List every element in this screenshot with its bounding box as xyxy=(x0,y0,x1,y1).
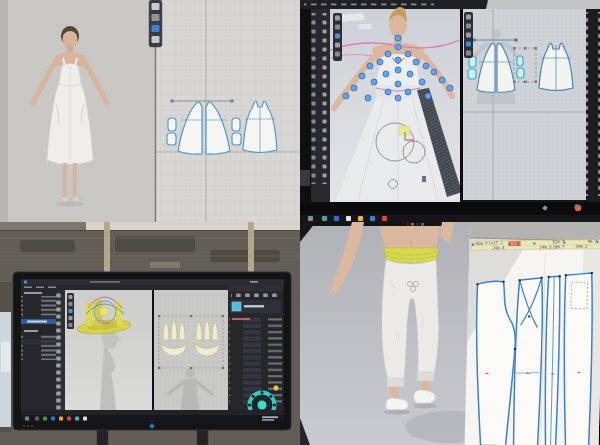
room-above-monitor xyxy=(486,0,600,9)
q3-scene xyxy=(0,222,300,445)
cuff xyxy=(417,372,434,381)
tool-icon[interactable] xyxy=(466,24,471,29)
taskbar-app-icon[interactable] xyxy=(358,216,363,221)
tool-icon[interactable] xyxy=(335,25,340,30)
pocket-piece[interactable] xyxy=(167,133,176,145)
color-dot-yellow[interactable] xyxy=(274,386,279,391)
list-items[interactable] xyxy=(21,334,56,360)
ruler-value: 620.7 xyxy=(475,241,488,246)
active-tool-icon[interactable] xyxy=(335,34,340,39)
tool-icon[interactable] xyxy=(466,51,471,56)
sync-tool-icon[interactable] xyxy=(152,14,160,21)
taskbar-app-icon[interactable] xyxy=(370,216,375,221)
taskbar-app-icon[interactable] xyxy=(59,417,63,421)
stand-leg xyxy=(97,430,108,445)
tiny-taskbar-icon xyxy=(411,223,414,226)
tool-icon[interactable] xyxy=(335,16,340,21)
tree-items[interactable] xyxy=(21,296,56,318)
pocket-piece[interactable] xyxy=(232,133,241,145)
tiny-taskbar-icon xyxy=(416,223,419,226)
bezel-button[interactable] xyxy=(31,425,33,427)
bezel-button[interactable] xyxy=(27,425,29,427)
q4-scene: 620.7 1117.1 182.6 520.7 180.7 40.7 240.… xyxy=(300,222,600,445)
tool-icon-column[interactable] xyxy=(56,292,65,412)
view-tool-icon[interactable] xyxy=(152,3,160,10)
tool-icon-column[interactable] xyxy=(586,12,600,196)
list-item-highlight[interactable] xyxy=(21,339,56,345)
tool-icon[interactable] xyxy=(69,316,73,320)
active-tool-icon[interactable] xyxy=(152,25,160,32)
taskbar-app-icon[interactable] xyxy=(382,216,387,221)
taskbar-app-icon[interactable] xyxy=(322,216,327,221)
panel-header xyxy=(24,330,38,332)
dock-tab[interactable] xyxy=(300,170,310,186)
layer-label xyxy=(244,305,264,308)
ruler-endpoint[interactable] xyxy=(472,244,474,246)
tool-icon[interactable] xyxy=(69,302,73,306)
panel-header xyxy=(24,292,42,294)
photo-joggers-pattern: 620.7 1117.1 182.6 520.7 180.7 40.7 240.… xyxy=(300,222,600,445)
menu-item[interactable] xyxy=(36,287,44,289)
properties-tabs[interactable] xyxy=(228,285,283,291)
taskbar-app-icon[interactable] xyxy=(334,216,339,221)
ruler-point[interactable] xyxy=(533,242,535,244)
start-button-icon[interactable] xyxy=(25,417,29,421)
taskbar-app-icon[interactable] xyxy=(346,216,351,221)
window-mullion xyxy=(104,222,110,274)
floor-shadow xyxy=(56,202,84,207)
photo-edge xyxy=(0,0,8,222)
trouser-pattern-pieces xyxy=(473,270,593,445)
cuff xyxy=(387,378,404,387)
shoe-shadow xyxy=(384,410,410,415)
menu-item[interactable] xyxy=(24,287,32,289)
ruler-value: 240.4 xyxy=(492,245,505,250)
avatar-ankle xyxy=(390,387,398,399)
2d-pattern-viewport: 620.7 1117.1 182.6 520.7 180.7 40.7 240.… xyxy=(464,222,600,445)
menu-items[interactable] xyxy=(304,0,434,9)
ruler-value: 180.7 xyxy=(552,244,565,249)
tool-icon[interactable] xyxy=(335,43,340,48)
bezel-button[interactable] xyxy=(23,425,25,427)
date-text xyxy=(262,419,274,421)
viewport-divider xyxy=(152,290,154,410)
photo-tv-hat-design xyxy=(0,222,300,445)
trouser-back-piece[interactable] xyxy=(513,277,544,445)
tool-icon[interactable] xyxy=(69,323,73,327)
tool-icon[interactable] xyxy=(466,15,471,20)
tiny-taskbar-icon xyxy=(406,223,409,226)
taskbar-app-icon[interactable] xyxy=(43,417,47,421)
tiny-taskbar-icon xyxy=(421,223,424,226)
property-rows[interactable] xyxy=(229,316,282,404)
tree-item-selected-label xyxy=(27,321,47,323)
tool-icon[interactable] xyxy=(466,33,471,38)
taskbar-app-icon[interactable] xyxy=(51,417,55,421)
window-controls[interactable] xyxy=(250,281,258,283)
menu-item[interactable] xyxy=(48,287,56,289)
start-button-icon[interactable] xyxy=(308,216,313,221)
active-tool-icon[interactable] xyxy=(69,309,73,313)
photo-dress-closeup xyxy=(300,0,600,222)
windows-taskbar xyxy=(300,215,600,222)
properties-toolbar[interactable] xyxy=(231,293,279,297)
taskbar-app-icon[interactable] xyxy=(75,417,79,421)
stand-leg xyxy=(197,430,208,445)
side-panel-piece[interactable] xyxy=(561,272,594,445)
pocket-piece[interactable] xyxy=(168,118,176,131)
display-tool-icon[interactable] xyxy=(152,36,160,43)
avatar-shoe xyxy=(61,196,69,202)
pocket-piece[interactable] xyxy=(232,118,240,131)
tool-icon[interactable] xyxy=(335,52,340,57)
taskbar-app-icon[interactable] xyxy=(83,417,87,421)
floating-toolbar xyxy=(149,0,162,47)
taskbar-app-icon[interactable] xyxy=(35,417,39,421)
tool-icon-column[interactable] xyxy=(311,13,330,184)
status-bar xyxy=(21,410,284,415)
tool-icon[interactable] xyxy=(69,295,73,299)
active-tool-icon[interactable] xyxy=(466,42,471,47)
light-reflection xyxy=(358,24,372,29)
ruler-value: 40.7 xyxy=(587,239,597,244)
ruler-value: 240.3 xyxy=(539,244,552,249)
taskbar-app-icon[interactable] xyxy=(67,417,71,421)
fabric-swatch[interactable] xyxy=(232,302,241,311)
pattern-grid xyxy=(156,0,300,222)
